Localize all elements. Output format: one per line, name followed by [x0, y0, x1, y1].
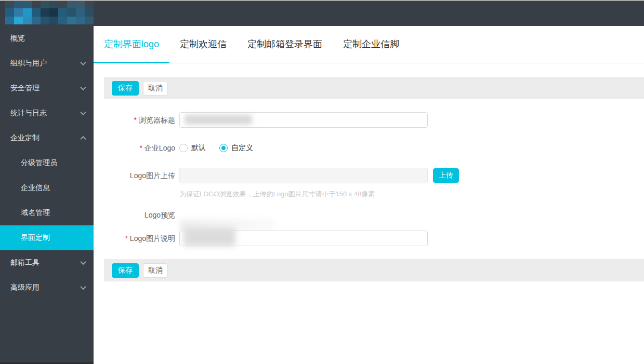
cancel-button[interactable]: 取消: [143, 263, 168, 278]
logo-description-field: [179, 231, 428, 246]
chevron-down-icon: [80, 85, 86, 90]
tab-custom-welcome-letter[interactable]: 定制欢迎信: [169, 26, 237, 63]
logo-preview-label: Logo预览: [94, 210, 179, 219]
logo-default-radio[interactable]: 默认: [179, 143, 206, 153]
sidebar-item-enterprise-custom[interactable]: 企业定制: [0, 126, 94, 151]
sidebar: 概览 组织与用户 安全管理 统计与日志 企业定制 分级管理员 企业信息 域名管理…: [0, 0, 94, 364]
logo-description-label: *Logo图片说明: [94, 231, 179, 246]
sidebar-item-company-info[interactable]: 企业信息: [0, 176, 94, 200]
sidebar-item-label: 统计与日志: [10, 109, 47, 118]
sidebar-item-label: 企业定制: [10, 133, 40, 143]
tab-custom-ui-logo[interactable]: 定制界面logo: [94, 26, 169, 63]
logo-upload-label: Logo图片上传: [94, 168, 179, 183]
required-marker: *: [139, 144, 142, 152]
logo-upload-row: Logo图片上传 上传: [94, 168, 644, 183]
radio-selected-icon: [219, 144, 228, 152]
logo-description-row: *Logo图片说明: [94, 231, 644, 246]
radio-circle-icon: [179, 144, 188, 152]
sidebar-item-ui-custom[interactable]: 界面定制: [0, 225, 94, 250]
radio-label: 自定义: [231, 143, 253, 153]
main-content: 定制界面logo 定制欢迎信 定制邮箱登录界面 定制企业信脚 保存 取消 *浏览…: [94, 26, 644, 364]
sidebar-item-label: 域名管理: [21, 208, 50, 218]
logo-size-hint: 为保证LOGO浏览效果，上传的Logo图片尺寸请小于150 x 48像素: [179, 190, 644, 199]
radio-label: 默认: [191, 143, 206, 153]
bottom-action-bar: 保存 取消: [104, 259, 644, 281]
browser-title-input[interactable]: [179, 112, 428, 128]
browser-title-label: *浏览器标题: [94, 112, 179, 128]
sidebar-item-domain-mgmt[interactable]: 域名管理: [0, 200, 94, 225]
sidebar-item-label: 安全管理: [10, 84, 40, 93]
browser-title-row: *浏览器标题: [94, 112, 644, 128]
tab-custom-footer[interactable]: 定制企业信脚: [333, 26, 410, 63]
chevron-down-icon: [80, 60, 86, 65]
logo-radio-group: 默认 自定义: [179, 140, 253, 156]
required-marker: *: [134, 116, 137, 124]
sidebar-item-label: 邮箱工具: [10, 258, 40, 267]
top-action-bar: 保存 取消: [104, 77, 644, 99]
sidebar-item-security[interactable]: 安全管理: [0, 76, 94, 101]
sidebar-menu: 概览 组织与用户 安全管理 统计与日志 企业定制 分级管理员 企业信息 域名管理…: [0, 26, 94, 300]
chevron-down-icon: [80, 259, 86, 265]
company-logo-row: *企业Logo 默认 自定义: [94, 140, 644, 156]
chevron-down-icon: [80, 284, 86, 290]
tab-custom-login-page[interactable]: 定制邮箱登录界面: [237, 26, 333, 63]
logo-preview-redacted-image: [179, 219, 275, 231]
sidebar-item-label: 分级管理员: [21, 158, 57, 168]
logo-custom-radio[interactable]: 自定义: [219, 143, 253, 153]
logo-area: [0, 0, 94, 26]
window-top-edge: [0, 0, 644, 1]
cancel-button[interactable]: 取消: [143, 81, 168, 96]
logo-upload-path-input[interactable]: [179, 168, 428, 183]
top-bar: [0, 0, 644, 26]
sidebar-item-sub-admins[interactable]: 分级管理员: [0, 151, 94, 176]
sidebar-item-stats-logs[interactable]: 统计与日志: [0, 101, 94, 126]
sidebar-item-label: 概览: [10, 34, 25, 43]
logo-upload-field: 上传: [179, 168, 459, 183]
sidebar-item-label: 组织与用户: [10, 59, 47, 68]
upload-button[interactable]: 上传: [433, 168, 459, 183]
logo-preview-row: Logo预览: [94, 210, 644, 231]
chevron-down-icon: [80, 110, 86, 115]
company-logo-label: *企业Logo: [94, 140, 179, 156]
sidebar-item-label: 高级应用: [10, 283, 40, 292]
tab-bar: 定制界面logo 定制欢迎信 定制邮箱登录界面 定制企业信脚: [94, 26, 644, 63]
chevron-up-icon: [80, 136, 86, 142]
save-button[interactable]: 保存: [112, 81, 139, 96]
logo-description-input[interactable]: [179, 231, 428, 246]
sidebar-item-advanced-apps[interactable]: 高级应用: [0, 275, 94, 300]
sidebar-item-mail-tools[interactable]: 邮箱工具: [0, 250, 94, 275]
save-button[interactable]: 保存: [112, 263, 139, 278]
required-marker: *: [125, 234, 127, 242]
company-logo-redacted: [5, 0, 94, 24]
sidebar-item-overview[interactable]: 概览: [0, 26, 94, 51]
sidebar-item-label: 企业信息: [21, 183, 50, 193]
browser-title-field: [179, 112, 428, 128]
sidebar-item-org-users[interactable]: 组织与用户: [0, 51, 94, 76]
sidebar-item-label: 界面定制: [21, 233, 50, 242]
